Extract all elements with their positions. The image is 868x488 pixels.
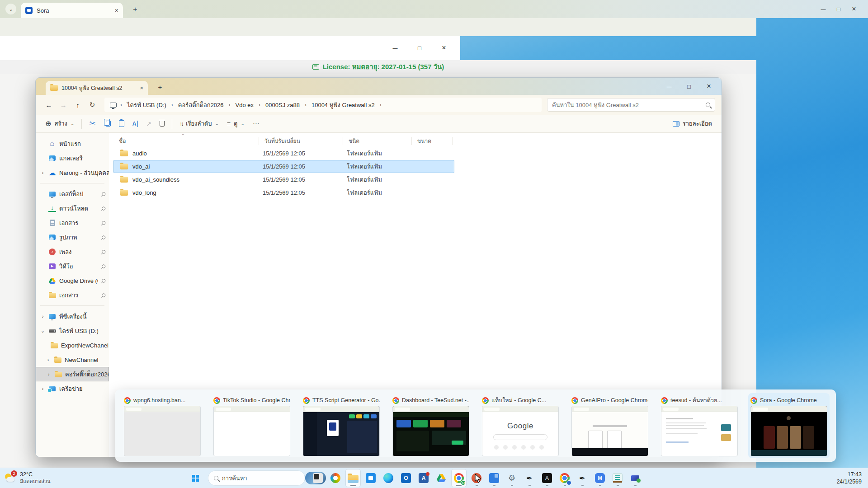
taskbar-icon-quill[interactable] [522, 469, 537, 487]
explorer-new-tab-button[interactable] [155, 82, 165, 92]
taskbar-icon-remote-pc[interactable] [627, 469, 643, 487]
thumbnail-preview[interactable] [303, 406, 380, 456]
taskbar-clock[interactable]: 17:43 24/1/2569 [836, 471, 868, 486]
minimize-button[interactable] [390, 42, 401, 54]
sidebar-item-documents-folder[interactable]: เอกสาร [36, 288, 109, 302]
sidebar-item-usb-drive[interactable]: ไดรฟ์ USB (D:) [36, 324, 109, 338]
explorer-tab[interactable]: 10004 หูฟัง Greatwall s2 [46, 81, 148, 95]
taskbar-icon-edge[interactable] [381, 469, 396, 487]
sidebar-item-this-pc[interactable]: พีซีเครื่องนี้ [36, 309, 109, 324]
taskbar-icon-file-explorer[interactable] [345, 469, 361, 487]
search-input[interactable] [552, 102, 702, 108]
close-button[interactable] [846, 0, 862, 18]
share-button[interactable] [142, 117, 156, 131]
minimize-button[interactable] [816, 0, 831, 18]
taskbar-icon-notepad[interactable] [610, 469, 625, 487]
window-thumbnail-wpng6[interactable]: wpng6.hosting.ban... [122, 393, 203, 458]
file-row-audio[interactable]: audio 15/1/2569 12:05 โฟลเดอร์แฟ้ม [113, 147, 454, 160]
taskbar-search-box[interactable] [208, 470, 305, 486]
chevron-right-icon[interactable] [40, 386, 45, 391]
close-button[interactable] [699, 78, 719, 95]
weather-widget[interactable]: 2 32°C มีแดดบางส่วน [0, 471, 90, 484]
close-button[interactable] [439, 42, 449, 54]
chrome-tab-sora[interactable]: Sora [21, 3, 123, 18]
taskbar-icon-m-blue-app[interactable] [592, 469, 608, 487]
sidebar-item-onedrive[interactable]: Narong - ส่วนบุคคล [36, 165, 109, 180]
sidebar-item-home[interactable]: หน้าแรก [36, 136, 109, 151]
sidebar-item-videos[interactable]: วิดีโอ [36, 259, 109, 273]
maximize-button[interactable] [831, 0, 846, 18]
taskbar-search-input[interactable] [222, 475, 302, 482]
this-pc-icon[interactable] [110, 103, 117, 108]
maximize-button[interactable] [679, 78, 699, 95]
taskbar-icon-word-a[interactable] [416, 469, 431, 487]
file-row-vdo-ai-soundless[interactable]: vdo_ai_soundless 15/1/2569 12:05 โฟลเดอร… [113, 173, 454, 186]
thumbnail-preview[interactable] [392, 406, 469, 456]
taskbar-icon-copilot[interactable] [328, 469, 343, 487]
search-icon[interactable] [706, 103, 710, 107]
window-thumbnail-teesud-search[interactable]: teesud - ค้นหาด้วย... [659, 393, 740, 458]
sidebar-item-downloads[interactable]: ดาวน์โหลด [36, 201, 109, 216]
start-button[interactable] [188, 469, 203, 487]
sidebar-item-google-drive[interactable]: Google Drive (G: [36, 273, 109, 288]
rename-button[interactable] [128, 117, 142, 131]
taskbar-icon-task-view[interactable] [310, 469, 326, 487]
sidebar-item-pictures[interactable]: รูปภาพ [36, 230, 109, 244]
copy-button[interactable] [100, 117, 115, 131]
tab-close-icon[interactable] [115, 7, 118, 14]
taskbar-icon-powerpoint[interactable] [469, 469, 484, 487]
breadcrumb-item-current[interactable]: 10004 หูฟัง Greatwall s2 [308, 99, 378, 111]
chevron-right-icon[interactable] [379, 102, 382, 108]
taskbar-icon-blue-window-app[interactable] [486, 469, 502, 487]
taskbar-icon-a-black-app[interactable] [539, 469, 555, 487]
minimize-button[interactable] [659, 78, 679, 95]
window-thumbnail-new-tab[interactable]: แท็บใหม่ - Google C... Google [480, 393, 561, 458]
view-button[interactable]: ดู [223, 117, 249, 131]
column-header-name[interactable]: ชื่อ [113, 137, 259, 145]
sidebar-item-exportnewchanel[interactable]: ExportNewChanel [36, 338, 109, 352]
new-button[interactable]: สร้าง [41, 117, 78, 131]
back-button[interactable] [42, 98, 56, 112]
thumbnail-preview[interactable] [750, 406, 827, 456]
taskbar-icon-settings[interactable] [504, 469, 519, 487]
sidebar-item-music[interactable]: เพลง [36, 244, 109, 259]
breadcrumb-item[interactable]: คอร์สติ๊กต็อก2026 [175, 99, 227, 111]
breadcrumb-item[interactable]: 0000SJ za88 [262, 100, 303, 110]
window-thumbnail-tts-script[interactable]: TTS Script Generator - Go... [301, 393, 382, 458]
sidebar-item-network[interactable]: เครือข่าย [36, 381, 109, 396]
tab-close-icon[interactable] [140, 84, 143, 91]
sidebar-item-course2026-selected[interactable]: คอร์สติ๊กต็อก2026 [36, 367, 109, 381]
tab-search-icon[interactable] [5, 4, 16, 14]
taskbar-icon-outlook[interactable] [398, 469, 414, 487]
paste-button[interactable] [115, 117, 128, 131]
chevron-right-icon[interactable] [46, 371, 51, 377]
sidebar-item-newchannel[interactable]: NewChannel [36, 352, 109, 367]
chevron-right-icon[interactable] [40, 170, 45, 175]
forward-button[interactable] [57, 98, 70, 112]
cut-button[interactable] [85, 117, 99, 131]
chevron-right-icon[interactable] [40, 314, 45, 319]
details-pane-button[interactable]: รายละเอียด [669, 117, 716, 131]
file-row-vdo-ai-selected[interactable]: vdo_ai 15/1/2569 12:05 โฟลเดอร์แฟ้ม [113, 160, 454, 173]
breadcrumb-item[interactable]: Vdo ex [232, 100, 257, 110]
column-header-date[interactable]: วันที่ปรับเปลี่ยน [259, 137, 343, 145]
sidebar-item-documents[interactable]: เอกสาร [36, 216, 109, 230]
maximize-button[interactable] [414, 42, 425, 54]
file-row-vdo-long[interactable]: vdo_long 15/1/2569 12:05 โฟลเดอร์แฟ้ม [113, 186, 454, 199]
window-thumbnail-teesud-dashboard[interactable]: Dashboard - TeeSud.net -... [390, 393, 472, 458]
thumbnail-preview[interactable] [213, 406, 290, 456]
thumbnail-preview[interactable]: Google [482, 406, 559, 456]
sidebar-item-gallery[interactable]: แกลเลอรี [36, 151, 109, 165]
delete-button[interactable] [156, 117, 169, 131]
breadcrumb[interactable]: ไดรฟ์ USB (D:) คอร์สติ๊กต็อก2026 Vdo ex … [104, 98, 542, 112]
new-tab-button[interactable] [130, 5, 140, 14]
sort-button[interactable]: เรียงลำดับ [175, 117, 223, 131]
window-thumbnail-tiktok-studio[interactable]: TikTok Studio - Google Chr... [211, 393, 292, 458]
taskbar-icon-chrome-sj[interactable]: SJ [451, 469, 467, 487]
up-button[interactable] [71, 98, 85, 112]
column-header-size[interactable]: ขนาด [412, 137, 453, 145]
taskbar-icon-google-drive[interactable] [434, 469, 449, 487]
window-thumbnail-sora-active[interactable]: Sora - Google Chrome [748, 393, 830, 458]
chevron-down-icon[interactable] [40, 328, 45, 334]
taskbar-icon-quill-2[interactable] [575, 469, 590, 487]
